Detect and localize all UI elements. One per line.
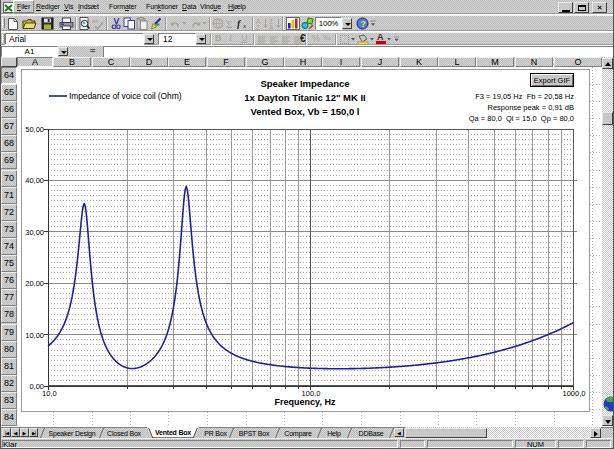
svg-text:Σ: Σ <box>226 18 232 30</box>
svg-text:f: f <box>237 18 242 29</box>
svg-text:Z: Z <box>256 24 260 31</box>
svg-text:A: A <box>269 24 274 31</box>
svg-text:x: x <box>242 22 247 30</box>
svg-text:ab: ab <box>92 18 99 24</box>
svg-text:?: ? <box>360 19 366 29</box>
